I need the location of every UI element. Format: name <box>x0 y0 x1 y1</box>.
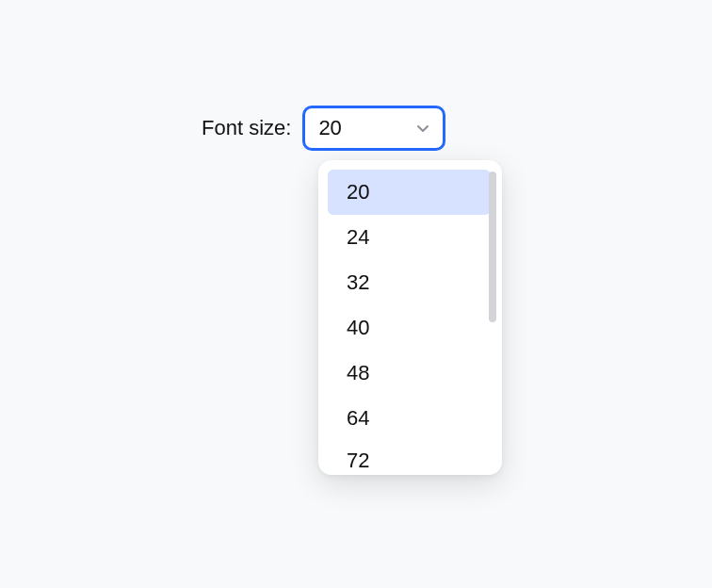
font-size-label: Font size: <box>202 116 291 140</box>
font-size-option[interactable]: 32 <box>328 260 491 305</box>
font-size-combobox[interactable]: 20 <box>302 106 445 151</box>
font-size-option[interactable]: 40 <box>328 305 491 351</box>
combobox-selected-value: 20 <box>318 116 414 140</box>
chevron-down-icon <box>414 120 431 137</box>
font-size-option[interactable]: 64 <box>328 396 491 441</box>
font-size-option[interactable]: 24 <box>328 215 491 260</box>
font-size-option[interactable]: 48 <box>328 351 491 396</box>
font-size-dropdown: 20 24 32 40 48 64 72 <box>318 160 502 475</box>
scrollbar-thumb[interactable] <box>489 172 496 322</box>
font-size-option[interactable]: 20 <box>328 170 491 215</box>
font-size-option[interactable]: 72 <box>328 441 491 473</box>
